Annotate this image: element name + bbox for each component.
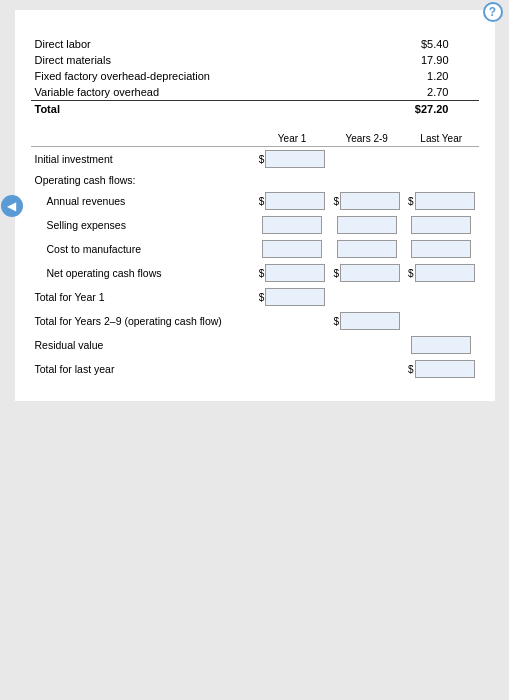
input-row4-col2[interactable]	[411, 240, 471, 258]
col-year1-header: Year 1	[255, 131, 330, 147]
cell-row3-col2[interactable]	[404, 213, 479, 237]
cost-table-row: Direct labor $5.40	[31, 36, 479, 52]
dollar-sign: $	[259, 196, 265, 207]
cost-table-row: Direct materials 17.90	[31, 52, 479, 68]
dollar-sign: $	[259, 292, 265, 303]
cost-label: Variable factory overhead	[31, 84, 358, 101]
cell-row5-col2[interactable]: $	[404, 261, 479, 285]
row-label: Initial investment	[31, 147, 255, 172]
cost-label: Total	[31, 101, 358, 118]
cell-row9-col1	[329, 357, 404, 381]
input-row5-col0[interactable]	[265, 264, 325, 282]
input-row3-col2[interactable]	[411, 216, 471, 234]
row-label: Total for Year 1	[31, 285, 255, 309]
dollar-sign: $	[333, 196, 339, 207]
input-row5-col1[interactable]	[340, 264, 400, 282]
cell-row5-col0[interactable]: $	[255, 261, 330, 285]
input-row7-col1[interactable]	[340, 312, 400, 330]
row-label: Residual value	[31, 333, 255, 357]
table-row: Net operating cash flows$$$	[31, 261, 479, 285]
cell-row0-col2	[404, 147, 479, 172]
dollar-sign: $	[333, 316, 339, 327]
input-row2-col0[interactable]	[265, 192, 325, 210]
cell-row7-col0	[255, 309, 330, 333]
cost-value: $27.20	[358, 101, 479, 118]
dollar-sign: $	[259, 268, 265, 279]
input-row6-col0[interactable]	[265, 288, 325, 306]
cell-row4-col2[interactable]	[404, 237, 479, 261]
cost-value: $5.40	[358, 36, 479, 52]
input-row4-col1[interactable]	[337, 240, 397, 258]
cell-row5-col1[interactable]: $	[329, 261, 404, 285]
cell-row1-col2	[404, 171, 479, 189]
table-row: Residual value	[31, 333, 479, 357]
cell-row6-col0[interactable]: $	[255, 285, 330, 309]
input-row2-col1[interactable]	[340, 192, 400, 210]
nav-arrow[interactable]: ◀	[1, 195, 23, 217]
table-row: Operating cash flows:	[31, 171, 479, 189]
input-row3-col1[interactable]	[337, 216, 397, 234]
cell-row2-col2[interactable]: $	[404, 189, 479, 213]
cost-table-row: Variable factory overhead 2.70	[31, 84, 479, 101]
row-label: Annual revenues	[31, 189, 255, 213]
cell-row8-col2[interactable]	[404, 333, 479, 357]
input-row3-col0[interactable]	[262, 216, 322, 234]
table-row: Selling expenses	[31, 213, 479, 237]
cost-value: 1.20	[358, 68, 479, 84]
cell-row4-col0[interactable]	[255, 237, 330, 261]
cell-row9-col2[interactable]: $	[404, 357, 479, 381]
row-label: Operating cash flows:	[31, 171, 255, 189]
cell-row7-col2	[404, 309, 479, 333]
cell-row3-col1[interactable]	[329, 213, 404, 237]
row-label: Net operating cash flows	[31, 261, 255, 285]
dollar-sign: $	[333, 268, 339, 279]
cell-row9-col0	[255, 357, 330, 381]
cell-row7-col1[interactable]: $	[329, 309, 404, 333]
input-row4-col0[interactable]	[262, 240, 322, 258]
cell-row0-col1	[329, 147, 404, 172]
cell-row1-col1	[329, 171, 404, 189]
input-row9-col2[interactable]	[415, 360, 475, 378]
cost-label: Fixed factory overhead-depreciation	[31, 68, 358, 84]
row-label: Total for Years 2–9 (operating cash flow…	[31, 309, 255, 333]
cost-label: Direct materials	[31, 52, 358, 68]
cell-row4-col1[interactable]	[329, 237, 404, 261]
dollar-sign: $	[408, 364, 414, 375]
cell-row6-col2	[404, 285, 479, 309]
cell-row2-col0[interactable]: $	[255, 189, 330, 213]
row-label: Cost to manufacture	[31, 237, 255, 261]
table-row: Cost to manufacture	[31, 237, 479, 261]
dollar-sign: $	[408, 196, 414, 207]
col-label-header	[31, 131, 255, 147]
table-row: Total for last year$	[31, 357, 479, 381]
row-label: Selling expenses	[31, 213, 255, 237]
cost-table: Direct labor $5.40 Direct materials 17.9…	[31, 36, 479, 117]
table-row: Initial investment$	[31, 147, 479, 172]
cash-flow-table: Year 1 Years 2-9 Last Year Initial inves…	[31, 131, 479, 381]
col-years29-header: Years 2-9	[329, 131, 404, 147]
help-icon[interactable]: ?	[483, 2, 503, 22]
input-row8-col2[interactable]	[411, 336, 471, 354]
cell-row6-col1	[329, 285, 404, 309]
table-row: Annual revenues$$$	[31, 189, 479, 213]
cost-value: 2.70	[358, 84, 479, 101]
table-row: Total for Years 2–9 (operating cash flow…	[31, 309, 479, 333]
cell-row0-col0[interactable]: $	[255, 147, 330, 172]
col-lastyear-header: Last Year	[404, 131, 479, 147]
cell-row2-col1[interactable]: $	[329, 189, 404, 213]
cost-table-row: Total $27.20	[31, 101, 479, 118]
row-label: Total for last year	[31, 357, 255, 381]
cell-row1-col0	[255, 171, 330, 189]
table-header-row: Year 1 Years 2-9 Last Year	[31, 131, 479, 147]
dollar-sign: $	[408, 268, 414, 279]
cell-row3-col0[interactable]	[255, 213, 330, 237]
table-row: Total for Year 1$	[31, 285, 479, 309]
cell-row8-col0	[255, 333, 330, 357]
cost-value: 17.90	[358, 52, 479, 68]
input-row0-col0[interactable]	[265, 150, 325, 168]
input-row2-col2[interactable]	[415, 192, 475, 210]
cell-row8-col1	[329, 333, 404, 357]
cost-label: Direct labor	[31, 36, 358, 52]
main-container: ? ◀ Direct labor $5.40 Direct materials …	[15, 10, 495, 401]
input-row5-col2[interactable]	[415, 264, 475, 282]
